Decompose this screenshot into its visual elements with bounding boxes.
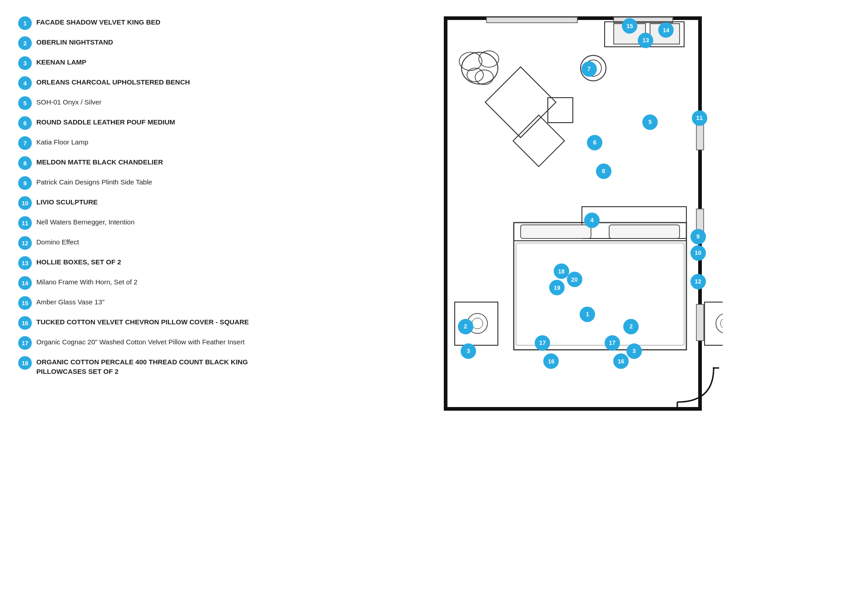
legend-item-8: 8MELDON MATTE BLACK CHANDELIER [18,154,291,172]
legend-item-2: 2OBERLIN NIGHTSTAND [18,34,291,52]
legend-label-13: HOLLIE BOXES, SET OF 2 [36,255,121,267]
legend-badge-5: 5 [18,96,32,110]
legend-item-17: 17Organic Cognac 20" Washed Cotton Velve… [18,333,291,352]
legend-badge-8: 8 [18,156,32,170]
fp-badge-fp-10: 10 [690,245,706,261]
fp-badge-fp-3b: 3 [626,343,642,359]
fp-badge-fp-6: 6 [587,135,602,150]
fp-badge-fp-7: 7 [581,61,597,77]
legend-badge-6: 6 [18,116,32,130]
fp-badge-fp-20: 20 [567,272,582,287]
fp-badge-fp-3a: 3 [461,343,476,359]
legend-item-1: 1FACADE SHADOW VELVET KING BED [18,14,291,32]
fp-badge-fp-12: 12 [690,274,706,289]
fp-badge-fp-2b: 2 [623,319,639,334]
floorplan-container: 1223345678910111213141516161717181920 [300,9,855,427]
fp-badge-fp-11: 11 [692,110,707,126]
legend-badge-9: 9 [18,176,32,190]
fp-badge-fp-1: 1 [580,307,595,322]
legend-badge-13: 13 [18,256,32,270]
legend-badge-15: 15 [18,296,32,310]
svg-rect-7 [696,304,704,341]
legend-badge-17: 17 [18,336,32,350]
legend-label-6: ROUND SADDLE LEATHER POUF MEDIUM [36,115,175,127]
fp-badge-fp-13: 13 [638,33,653,48]
legend-badge-14: 14 [18,276,32,290]
legend-item-7: 7Katia Floor Lamp [18,134,291,152]
legend-item-5: 5SOH-01 Onyx / Silver [18,94,291,112]
fp-badge-fp-17a: 17 [535,335,550,351]
svg-rect-3 [487,17,577,23]
floorplan: 1223345678910111213141516161717181920 [432,14,723,422]
legend-item-10: 10LIVIO SCULPTURE [18,194,291,212]
fp-badge-fp-16b: 16 [613,353,629,369]
legend-label-9: Patrick Cain Designs Plinth Side Table [36,175,152,187]
legend-label-4: ORLEANS CHARCOAL UPHOLSTERED BENCH [36,75,190,87]
fp-badge-fp-5: 5 [642,114,658,130]
legend-item-14: 14Milano Frame With Horn, Set of 2 [18,273,291,292]
legend-label-7: Katia Floor Lamp [36,135,88,147]
legend-badge-10: 10 [18,196,32,210]
legend-badge-12: 12 [18,236,32,250]
legend-item-6: 6ROUND SADDLE LEATHER POUF MEDIUM [18,114,291,132]
legend-badge-1: 1 [18,16,32,30]
fp-badge-fp-15: 15 [622,18,637,34]
fp-badge-fp-2a: 2 [458,319,473,334]
legend-label-1: FACADE SHADOW VELVET KING BED [36,15,160,27]
fp-badge-fp-8: 8 [596,164,611,179]
legend-label-18: ORGANIC COTTON PERCALE 400 THREAD COUNT … [36,355,291,376]
legend-item-15: 15Amber Glass Vase 13" [18,293,291,312]
legend: 1FACADE SHADOW VELVET KING BED2OBERLIN N… [9,9,300,383]
legend-label-5: SOH-01 Onyx / Silver [36,95,101,107]
legend-item-16: 16TUCKED COTTON VELVET CHEVRON PILLOW CO… [18,313,291,332]
legend-label-2: OBERLIN NIGHTSTAND [36,35,113,47]
legend-item-13: 13HOLLIE BOXES, SET OF 2 [18,253,291,272]
legend-item-11: 11Nell Waters Bernegger, Intention [18,214,291,232]
legend-badge-3: 3 [18,56,32,70]
svg-rect-25 [609,225,680,238]
fp-badge-fp-14: 14 [658,22,674,38]
fp-badge-fp-16a: 16 [543,353,559,369]
fp-badge-fp-19: 19 [549,280,565,295]
svg-rect-24 [521,225,591,238]
legend-item-3: 3KEENAN LAMP [18,54,291,72]
legend-label-11: Nell Waters Bernegger, Intention [36,215,134,227]
legend-badge-16: 16 [18,316,32,330]
legend-label-12: Domino Effect [36,235,79,247]
legend-label-17: Organic Cognac 20" Washed Cotton Velvet … [36,335,244,347]
legend-label-16: TUCKED COTTON VELVET CHEVRON PILLOW COVE… [36,315,249,327]
legend-badge-2: 2 [18,36,32,50]
legend-badge-11: 11 [18,216,32,230]
svg-point-31 [716,313,723,333]
legend-item-9: 9Patrick Cain Designs Plinth Side Table [18,174,291,192]
legend-badge-18: 18 [18,356,32,370]
svg-rect-30 [705,302,723,345]
legend-badge-7: 7 [18,136,32,150]
legend-item-18: 18ORGANIC COTTON PERCALE 400 THREAD COUN… [18,353,291,378]
legend-label-3: KEENAN LAMP [36,55,86,67]
fp-badge-fp-17b: 17 [605,335,620,351]
legend-label-8: MELDON MATTE BLACK CHANDELIER [36,155,163,167]
svg-point-32 [720,318,723,329]
legend-item-12: 12Domino Effect [18,233,291,252]
fp-badge-fp-4: 4 [584,213,600,228]
legend-label-15: Amber Glass Vase 13" [36,295,104,307]
fp-badge-fp-9: 9 [690,229,706,244]
legend-item-4: 4ORLEANS CHARCOAL UPHOLSTERED BENCH [18,74,291,92]
legend-label-14: Milano Frame With Horn, Set of 2 [36,275,138,287]
legend-badge-4: 4 [18,76,32,90]
legend-label-10: LIVIO SCULPTURE [36,195,98,207]
